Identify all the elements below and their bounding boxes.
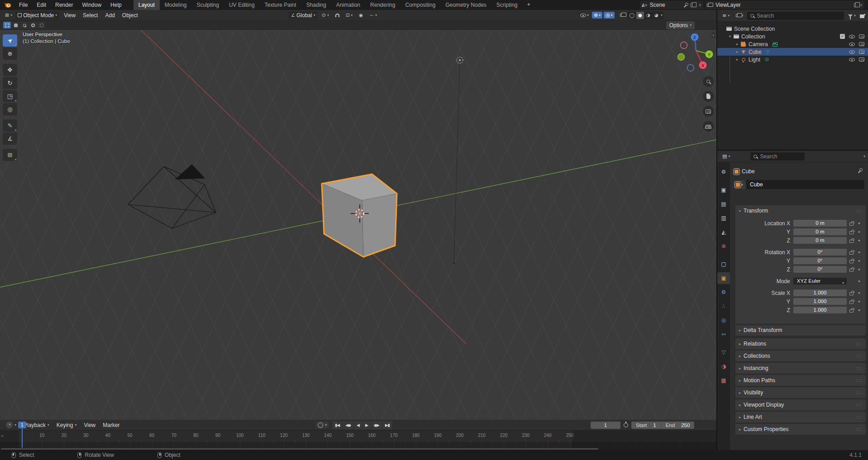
drag-handle-icon[interactable]: :::: [856,403,862,407]
options-dropdown[interactable]: Options ▾ [666,21,695,29]
gizmo-x-neg[interactable] [681,42,687,49]
filter-button[interactable]: ▾ [846,13,858,19]
xray-toggle[interactable] [618,13,626,18]
expander-right-icon[interactable]: ▸ [734,50,740,54]
shading-solid-button[interactable]: ● [636,12,644,19]
animate-dot-icon[interactable]: ● [856,250,862,254]
drag-handle-icon[interactable]: :::: [856,366,862,370]
expander-down-icon[interactable]: ▾ [727,34,733,38]
object-label[interactable]: Cube [749,49,762,55]
menu-render[interactable]: Render [51,0,77,10]
select-mode-extend[interactable] [12,22,19,28]
light-gizmo-icon[interactable] [457,57,463,63]
lock-toggle[interactable] [847,267,856,272]
camera-view-button[interactable] [703,106,714,117]
camera-object[interactable] [128,165,216,228]
sidebar-collapse-arrow[interactable]: ‹ [711,32,715,38]
viewport-menu-object[interactable]: Object [119,12,142,19]
timeline-editor-type-button[interactable]: ◔ ▾ [3,421,19,429]
outliner-row-scene-collection[interactable]: Scene Collection [717,25,868,33]
scrollbar-handle[interactable] [1,448,598,450]
cube-object[interactable] [322,174,397,257]
properties-tab-output[interactable]: ▤ [717,198,730,210]
outliner-row-collection[interactable]: ▾Collection✓ [717,33,868,40]
pin-icon[interactable] [684,3,688,7]
close-icon[interactable]: × [860,2,863,8]
animate-dot-icon[interactable]: ● [856,291,862,295]
proportional-falloff-dropdown[interactable]: ~ ▾ [367,12,379,19]
select-mode-intersect[interactable] [38,22,45,28]
drag-handle-icon[interactable]: :::: [856,427,862,432]
workspace-tab-scripting[interactable]: Scripting [491,0,523,10]
current-frame-badge[interactable]: 1 [18,422,26,428]
animate-dot-icon[interactable]: ● [856,267,862,271]
hide-viewport-icon[interactable] [849,43,855,46]
timeline-menu-keying[interactable]: Keying▾ [53,421,80,429]
properties-tab-particles[interactable]: ∴ [717,300,730,312]
id-type-dropdown[interactable]: ▾ [734,180,745,189]
value-field[interactable]: 0° [793,266,847,273]
drag-handle-icon[interactable]: :::: [856,354,862,358]
gizmo-y-neg[interactable] [678,54,685,61]
playhead[interactable] [22,428,23,448]
properties-tab-modifiers[interactable]: ⚙ [717,286,730,298]
zoom-button[interactable] [703,76,714,87]
snap-target-dropdown[interactable]: ⊡ ▾ [343,12,355,19]
pan-button[interactable] [703,91,714,102]
viewport-canvas[interactable]: User Perspective (1) Collection | Cube ➤… [0,30,716,420]
properties-tab-data[interactable]: ▽ [717,346,730,358]
snap-toggle[interactable] [333,13,342,18]
rotation-mode-dropdown[interactable]: XYZ Euler▾ [793,278,847,285]
outliner-search-input[interactable]: Search [747,12,844,20]
jump-to-start-button[interactable]: ▮◀ [332,421,342,429]
value-field[interactable]: 0 m [793,228,847,235]
panel-motion-paths[interactable]: ▸Motion Paths:::: [735,375,866,386]
timeline-menu-marker[interactable]: Marker [100,421,123,429]
lock-toggle[interactable] [847,308,856,313]
hide-viewport-icon[interactable] [849,50,855,54]
workspace-tab-modeling[interactable]: Modeling [160,0,192,10]
pivot-dropdown[interactable]: ⊙ ▾ [320,12,331,19]
drag-handle-icon[interactable]: :::: [856,415,862,419]
viewlayer-name[interactable]: ViewLayer [715,2,851,8]
viewlayer-selector[interactable]: ▾ ViewLayer × [705,1,864,9]
copy-scene-icon[interactable] [691,3,694,7]
panel-relations[interactable]: ▸Relations:::: [735,338,866,349]
mode-dropdown[interactable]: Object Mode ▾ [15,11,59,19]
animate-dot-icon[interactable]: ● [856,221,862,225]
copy-viewlayer-icon[interactable] [854,3,858,7]
animate-dot-icon[interactable]: ● [856,279,862,283]
panel-viewport-display[interactable]: ▸Viewport Display:::: [735,399,866,410]
panel-collections[interactable]: ▸Collections:::: [735,351,866,361]
select-mode-set[interactable] [3,22,11,28]
panel-custom-properties[interactable]: ▸Custom Properties:::: [735,424,866,435]
viewport-menu-add[interactable]: Add [101,12,118,19]
properties-tab-tool[interactable]: ⚙ [717,166,730,178]
jump-to-end-button[interactable]: ▶▮ [382,421,392,429]
animate-dot-icon[interactable]: ● [856,299,862,304]
scene-selector[interactable]: ◭ ▾ Scene × [640,1,703,9]
timeline-ruler[interactable]: 1020304050607080901001101201301401501601… [0,431,716,442]
lock-toggle[interactable] [847,290,856,295]
lock-toggle[interactable] [847,221,856,226]
value-field[interactable]: 1.000 [793,298,847,305]
properties-tab-render[interactable]: ▣ [717,184,730,196]
animate-dot-icon[interactable]: ● [856,238,862,242]
properties-tab-world[interactable]: ⊕ [717,240,730,252]
scene-name[interactable]: Scene [650,2,665,8]
lock-toggle[interactable] [847,229,856,234]
animate-dot-icon[interactable]: ● [856,230,862,234]
hide-viewport-icon[interactable] [849,58,855,62]
shading-material-button[interactable]: ◑ [644,12,652,19]
tool-cursor[interactable]: ⊕ [3,47,17,60]
properties-tab-physics[interactable]: ◎ [717,314,730,326]
object-visibility-dropdown[interactable]: ▾ [578,12,591,18]
object-label[interactable]: Collection [741,33,765,40]
lock-toggle[interactable] [847,258,856,263]
workspace-tab-rendering[interactable]: Rendering [365,0,400,10]
value-field[interactable]: 0 m [793,237,847,244]
workspace-tab-texture-paint[interactable]: Texture Paint [260,0,301,10]
properties-tab-view-layer[interactable]: ▥ [717,212,730,224]
editor-type-button[interactable]: ⊞ ▾ [3,12,14,19]
animate-dot-icon[interactable]: ● [856,259,862,263]
